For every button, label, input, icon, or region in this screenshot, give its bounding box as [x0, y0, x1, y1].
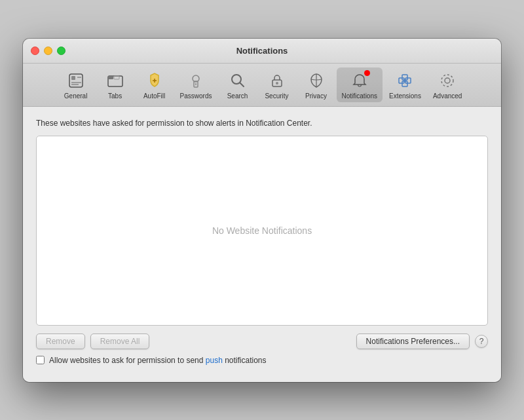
remove-all-button[interactable]: Remove All — [90, 334, 150, 349]
notification-badge — [364, 70, 370, 76]
tab-privacy-label: Privacy — [305, 92, 327, 100]
svg-rect-1 — [71, 76, 75, 80]
toolbar: General Tabs AutoFill — [23, 64, 501, 107]
website-list[interactable]: No Website Notifications — [36, 136, 488, 326]
remove-button[interactable]: Remove — [36, 334, 85, 349]
empty-state-label: No Website Notifications — [212, 225, 312, 236]
svg-rect-6 — [108, 76, 113, 79]
tab-general[interactable]: General — [57, 67, 95, 102]
svg-point-16 — [276, 82, 278, 85]
checkbox-row: Allow websites to ask for permission to … — [36, 356, 488, 370]
security-icon — [267, 70, 288, 91]
tab-privacy[interactable]: Privacy — [297, 67, 335, 102]
help-button[interactable]: ? — [475, 335, 488, 348]
search-icon — [227, 70, 248, 91]
privacy-icon — [306, 70, 327, 91]
tab-search-label: Search — [227, 92, 248, 100]
tab-security[interactable]: Security — [258, 67, 296, 102]
notifications-prefs-button[interactable]: Notifications Preferences... — [356, 334, 470, 349]
description-text: These websites have asked for permission… — [36, 119, 488, 128]
passwords-icon — [185, 70, 206, 91]
bottom-bar: Remove Remove All Notifications Preferen… — [36, 334, 488, 349]
tab-advanced[interactable]: Advanced — [428, 67, 467, 102]
tab-autofill-label: AutoFill — [143, 92, 165, 100]
svg-rect-20 — [402, 81, 407, 86]
minimize-button[interactable] — [44, 47, 52, 55]
svg-rect-18 — [405, 78, 411, 83]
checkbox-label: Allow websites to ask for permission to … — [49, 356, 267, 365]
svg-rect-0 — [69, 74, 83, 87]
general-icon — [66, 70, 86, 91]
autofill-icon — [144, 70, 165, 91]
svg-rect-19 — [402, 75, 407, 80]
tab-notifications-label: Notifications — [342, 92, 377, 100]
tab-passwords-label: Passwords — [180, 92, 212, 100]
content-area: These websites have asked for permission… — [23, 107, 501, 382]
titlebar: Notifications — [23, 39, 501, 64]
tab-notifications[interactable]: Notifications — [337, 67, 383, 102]
traffic-lights — [31, 47, 66, 55]
advanced-icon — [437, 70, 458, 91]
push-notifications-checkbox[interactable] — [36, 356, 45, 364]
main-window: Notifications General — [23, 39, 501, 382]
push-link: push — [206, 356, 223, 365]
svg-rect-17 — [399, 78, 404, 83]
extensions-icon — [394, 70, 415, 91]
window-title: Notifications — [236, 46, 288, 56]
tab-tabs[interactable]: Tabs — [96, 67, 134, 102]
tab-autofill[interactable]: AutoFill — [136, 67, 174, 102]
tab-search[interactable]: Search — [219, 67, 257, 102]
tab-advanced-label: Advanced — [433, 92, 462, 100]
tab-general-label: General — [64, 92, 88, 100]
tab-extensions-label: Extensions — [389, 92, 421, 100]
tab-tabs-label: Tabs — [108, 92, 122, 100]
close-button[interactable] — [31, 47, 39, 55]
svg-line-14 — [240, 83, 244, 86]
svg-point-22 — [441, 75, 453, 86]
tab-security-label: Security — [265, 92, 288, 100]
tab-passwords[interactable]: Passwords — [175, 67, 217, 102]
maximize-button[interactable] — [57, 47, 66, 55]
tab-extensions[interactable]: Extensions — [384, 67, 426, 102]
notifications-icon — [349, 70, 370, 91]
svg-point-21 — [445, 78, 450, 83]
tabs-icon — [105, 70, 126, 91]
